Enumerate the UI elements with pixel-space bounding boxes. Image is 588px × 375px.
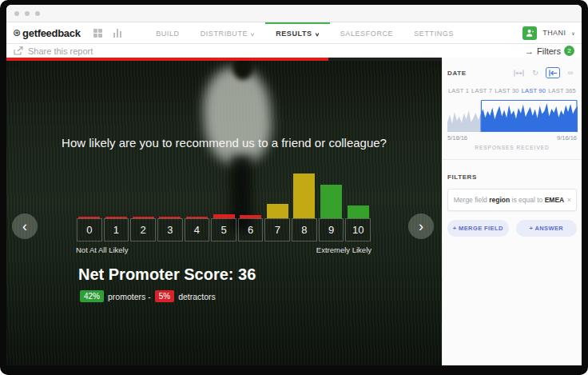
- window-close-button[interactable]: [14, 11, 19, 16]
- nav-item-distribute[interactable]: DISTRIBUTE∨: [190, 22, 266, 43]
- filter-field: region: [489, 196, 510, 204]
- active-filter-rule: Merge field region is equal to EMEA ×: [447, 189, 577, 211]
- detractors-label: detractors: [178, 292, 216, 301]
- nps-scale: 012345678910 Not At All Likely Extremely…: [76, 174, 371, 254]
- arrow-right-icon: →: [525, 46, 534, 56]
- scale-right-label: Extremely Likely: [316, 245, 371, 254]
- range-start-date: 5/18/16: [447, 134, 467, 142]
- expand-range-icon[interactable]: [512, 67, 525, 78]
- share-report-label: Share this report: [28, 46, 93, 56]
- nps-cell-9: 9: [319, 218, 344, 241]
- survey-preview: How likely are you to recommend us to a …: [6, 58, 442, 365]
- chevron-down-icon: ∨: [250, 31, 256, 37]
- nps-cell-8: 8: [292, 218, 317, 241]
- nps-bar-chart: [76, 174, 371, 218]
- nps-bar-10: [348, 205, 369, 218]
- nps-bar-7: [267, 204, 288, 218]
- share-icon: [14, 46, 23, 55]
- main-nav: BUILDDISTRIBUTE∨RESULTS∨SALESFORCESETTIN…: [145, 22, 464, 43]
- chevron-right-icon: ›: [419, 218, 423, 235]
- all-time-icon[interactable]: ∞: [564, 67, 577, 78]
- range-last-365[interactable]: LAST 365: [548, 87, 576, 94]
- chevron-down-icon: ∨: [314, 31, 320, 37]
- dashboard-grid-icon[interactable]: [93, 29, 102, 38]
- nps-cell-0: 0: [77, 218, 102, 241]
- user-icon: [526, 29, 534, 38]
- nps-cell-1: 1: [104, 218, 129, 241]
- chevron-down-icon: ∨: [571, 31, 575, 36]
- window-content: ⊛ getfeedback BUILDDISTRIBUTE∨RESULTS∨SA…: [6, 5, 582, 365]
- nps-score-title: Net Promoter Score: 36: [78, 265, 256, 284]
- snap-to-end-icon[interactable]: [546, 67, 560, 78]
- window-titlebar: [6, 5, 582, 22]
- nav-item-results[interactable]: RESULTS∨: [265, 22, 330, 43]
- window-maximize-button[interactable]: [35, 11, 40, 16]
- filters-count-badge: 2: [564, 46, 574, 56]
- nps-cell-5: 5: [211, 218, 236, 241]
- nps-cell-10: 10: [345, 218, 371, 241]
- add-merge-field-button[interactable]: + MERGE FIELD: [447, 220, 509, 237]
- add-answer-button[interactable]: + ANSWER: [516, 220, 578, 237]
- sparkline-caption: RESPONSES RECEIVED: [447, 145, 577, 150]
- filters-section-heading: FILTERS: [447, 174, 477, 181]
- filters-sidebar: DATE ↻ ∞ LAST 1LAST 7LAST 30LAST 90LAST …: [442, 58, 582, 365]
- promoters-label: promoters -: [108, 292, 151, 301]
- range-end-date: 9/16/16: [557, 134, 577, 142]
- filters-label: Filters: [537, 46, 561, 56]
- nav-item-salesforce[interactable]: SALESFORCE: [330, 22, 404, 43]
- photo-person-figure: [201, 65, 274, 166]
- date-range-presets: LAST 1LAST 7LAST 30LAST 90LAST 365: [447, 87, 577, 94]
- nps-cell-6: 6: [238, 218, 264, 241]
- user-menu[interactable]: THANI ∨: [542, 29, 575, 37]
- next-question-button[interactable]: ›: [408, 213, 434, 239]
- nps-cell-7: 7: [264, 218, 290, 241]
- sidebar-divider: [443, 159, 582, 160]
- logo-asterisk-icon: ⊛: [13, 27, 21, 38]
- responses-sparkline: [447, 100, 577, 132]
- user-avatar-button[interactable]: [522, 26, 537, 40]
- top-navbar: ⊛ getfeedback BUILDDISTRIBUTE∨RESULTS∨SA…: [6, 22, 582, 44]
- logo-wordmark: getfeedback: [22, 27, 81, 39]
- range-last-7[interactable]: LAST 7: [471, 87, 492, 94]
- report-toolbar: Share this report → Filters 2: [6, 44, 582, 58]
- app-window: ⊛ getfeedback BUILDDISTRIBUTE∨RESULTS∨SA…: [0, 0, 588, 375]
- previous-question-button[interactable]: ‹: [12, 213, 38, 239]
- chevron-left-icon: ‹: [22, 218, 27, 235]
- survey-question: How likely are you to recommend us to a …: [6, 136, 442, 150]
- window-minimize-button[interactable]: [25, 11, 30, 16]
- survey-progress-bar: [6, 58, 442, 61]
- share-report-button[interactable]: Share this report: [14, 46, 93, 56]
- nps-scale-cells: 012345678910: [76, 218, 371, 241]
- nps-cell-2: 2: [130, 218, 156, 241]
- filter-value: EMEA: [545, 196, 565, 204]
- nps-bar-8: [293, 174, 315, 218]
- getfeedback-logo[interactable]: ⊛ getfeedback: [13, 22, 81, 43]
- filters-toggle[interactable]: → Filters 2: [525, 46, 574, 56]
- bar-chart-icon[interactable]: [113, 29, 122, 38]
- nav-item-build[interactable]: BUILD: [145, 22, 190, 43]
- nps-breakdown: 42% promoters - 5% detractors: [80, 290, 216, 302]
- detractors-badge: 5%: [155, 290, 174, 302]
- range-last-30[interactable]: LAST 30: [495, 87, 518, 94]
- scale-left-label: Not At All Likely: [76, 245, 128, 254]
- survey-progress-fill: [6, 58, 328, 61]
- remove-filter-icon[interactable]: ×: [567, 196, 571, 204]
- promoters-badge: 42%: [80, 290, 104, 302]
- nps-cell-4: 4: [185, 218, 210, 241]
- range-last-90[interactable]: LAST 90: [522, 87, 546, 94]
- date-section-heading: DATE: [447, 70, 467, 77]
- nav-item-settings[interactable]: SETTINGS: [403, 22, 464, 43]
- nps-bar-9: [320, 185, 342, 218]
- nps-cell-3: 3: [157, 218, 183, 241]
- reset-range-icon[interactable]: ↻: [529, 67, 542, 78]
- range-last-1[interactable]: LAST 1: [448, 87, 469, 94]
